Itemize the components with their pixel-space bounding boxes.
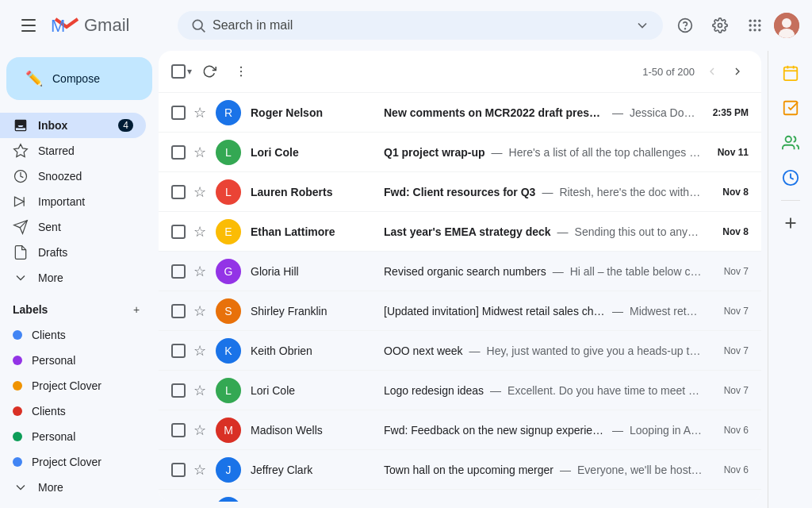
row-star-4[interactable]: ☆ — [193, 223, 209, 241]
search-dropdown-icon[interactable] — [634, 17, 650, 33]
more-options-button[interactable] — [227, 57, 255, 86]
email-row-5[interactable]: ☆ G Gloria Hill Revised organic search n… — [159, 252, 761, 291]
email-meta-4: Nov 8 — [709, 226, 749, 237]
sent-label: Sent — [38, 221, 133, 233]
svg-line-2 — [201, 29, 205, 33]
svg-point-4 — [685, 29, 686, 29]
row-avatar-6: S — [216, 298, 241, 324]
row-checkbox-2[interactable] — [171, 145, 187, 160]
email-row-6[interactable]: ☆ S Shirley Franklin [Updated invitation… — [159, 291, 761, 331]
email-row-1[interactable]: ☆ R Roger Nelson New comments on MCR2022… — [159, 93, 761, 133]
label-item-personal2[interactable]: Personal — [0, 424, 146, 449]
sidebar-item-starred[interactable]: Starred — [0, 138, 146, 164]
search-input[interactable] — [213, 18, 628, 33]
email-row-9[interactable]: ☆ M Madison Wells Fwd: Feedback on the n… — [159, 410, 761, 450]
refresh-button[interactable] — [195, 57, 224, 86]
email-row-3[interactable]: ☆ L Lauren Roberts Fwd: Client resources… — [159, 172, 761, 212]
label-dot-personal1 — [13, 356, 22, 365]
label-item-personal1[interactable]: Personal — [0, 348, 146, 373]
sidebar-item-more[interactable]: More — [0, 265, 146, 291]
label-name-clients2: Clients — [32, 405, 66, 418]
next-page-button[interactable] — [726, 60, 749, 83]
sidebar-item-inbox[interactable]: Inbox 4 — [0, 113, 146, 138]
sidebar-item-sent[interactable]: Sent — [0, 214, 146, 240]
email-subject-preview-5: Revised organic search numbers — Hi all … — [384, 265, 703, 278]
row-star-11[interactable]: ☆ — [193, 501, 209, 502]
subject-text-7: OOO next week — [384, 344, 463, 357]
labels-header[interactable]: Labels + — [0, 297, 159, 322]
right-tasks-icon[interactable] — [775, 92, 806, 124]
sidebar-item-important[interactable]: Important — [0, 189, 146, 214]
row-checkbox-1[interactable] — [171, 106, 187, 120]
row-checkbox-9[interactable] — [171, 423, 187, 437]
search-bar[interactable] — [178, 11, 663, 40]
preview-text-2: Here's a list of all the top challenges … — [509, 146, 703, 159]
help-button[interactable] — [669, 10, 701, 41]
svg-rect-32 — [783, 102, 797, 115]
menu-button[interactable] — [13, 10, 44, 41]
sender-name-9: Madison Wells — [251, 424, 377, 437]
row-star-10[interactable]: ☆ — [193, 461, 209, 479]
add-label-button[interactable]: + — [127, 300, 146, 319]
row-star-5[interactable]: ☆ — [193, 263, 209, 280]
row-checkbox-5[interactable] — [171, 264, 187, 279]
prev-page-button[interactable] — [701, 60, 723, 83]
settings-button[interactable] — [704, 10, 736, 41]
subject-text-6: [Updated invitation] Midwest retail sale… — [384, 305, 606, 318]
row-checkbox-7[interactable] — [171, 344, 187, 358]
select-dropdown-arrow[interactable]: ▾ — [187, 66, 192, 77]
row-star-3[interactable]: ☆ — [193, 183, 209, 201]
preview-text-8: Excellent. Do you have time to meet with… — [508, 384, 703, 397]
label-item-clients1[interactable]: Clients — [0, 322, 146, 348]
avatar[interactable] — [774, 13, 799, 38]
topbar-right — [669, 10, 799, 41]
right-add-icon[interactable] — [775, 207, 806, 239]
label-item-project-clover1[interactable]: Project Clover — [0, 373, 146, 398]
row-avatar-3: L — [216, 179, 241, 205]
pagination-text: 1-50 of 200 — [642, 66, 695, 78]
more-label: More — [38, 271, 133, 284]
right-contacts-icon[interactable] — [775, 127, 806, 159]
svg-marker-19 — [14, 144, 28, 157]
row-checkbox-6[interactable] — [171, 304, 187, 318]
row-content-10: Jeffrey Clark Town hall on the upcoming … — [251, 464, 703, 476]
row-star-6[interactable]: ☆ — [193, 302, 209, 320]
sidebar-item-drafts[interactable]: Drafts — [0, 240, 146, 265]
row-checkbox-3[interactable] — [171, 185, 187, 199]
select-all-checkbox[interactable]: ▾ — [171, 64, 192, 79]
email-row-2[interactable]: ☆ L Lori Cole Q1 project wrap-up — Here'… — [159, 133, 761, 172]
row-star-1[interactable]: ☆ — [193, 104, 209, 121]
right-blue-icon[interactable] — [775, 162, 806, 194]
row-star-8[interactable]: ☆ — [193, 382, 209, 399]
sender-name-7: Keith Obrien — [251, 344, 377, 357]
labels-more-button[interactable]: More — [0, 475, 159, 500]
label-item-project-clover2[interactable]: Project Clover — [0, 449, 146, 475]
svg-point-1 — [193, 20, 202, 29]
email-row-8[interactable]: ☆ L Lori Cole Logo redesign ideas — Exce… — [159, 371, 761, 410]
email-time-10: Nov 6 — [709, 464, 749, 475]
email-row-4[interactable]: ☆ E Ethan Lattimore Last year's EMEA str… — [159, 212, 761, 252]
checkbox[interactable] — [171, 64, 186, 79]
label-item-clients2[interactable]: Clients — [0, 398, 146, 424]
sidebar-item-snoozed[interactable]: Snoozed — [0, 164, 146, 189]
apps-button[interactable] — [739, 10, 771, 41]
row-star-7[interactable]: ☆ — [193, 342, 209, 360]
sidebar: ✏️ Compose Inbox 4 Starred — [0, 51, 159, 508]
row-checkbox-10[interactable] — [171, 463, 187, 477]
email-row-10[interactable]: ☆ J Jeffrey Clark Town hall on the upcom… — [159, 450, 761, 490]
right-calendar-icon[interactable] — [775, 57, 806, 89]
compose-icon: ✏️ — [25, 70, 43, 87]
toolbar-left: ▾ — [171, 57, 255, 86]
svg-point-11 — [758, 24, 760, 26]
sender-name-8: Lori Cole — [251, 384, 377, 397]
compose-button[interactable]: ✏️ Compose — [6, 57, 152, 100]
email-row-11[interactable]: ☆ R Roger Nelson Two pics from the confe… — [159, 490, 761, 502]
sender-name-2: Lori Cole — [251, 146, 377, 159]
row-checkbox-8[interactable] — [171, 383, 187, 398]
subject-text-4: Last year's EMEA strategy deck — [384, 225, 551, 238]
email-row-7[interactable]: ☆ K Keith Obrien OOO next week — Hey, ju… — [159, 331, 761, 371]
inbox-label: Inbox — [38, 119, 109, 132]
row-checkbox-4[interactable] — [171, 225, 187, 239]
row-star-9[interactable]: ☆ — [193, 421, 209, 439]
row-star-2[interactable]: ☆ — [193, 144, 209, 161]
